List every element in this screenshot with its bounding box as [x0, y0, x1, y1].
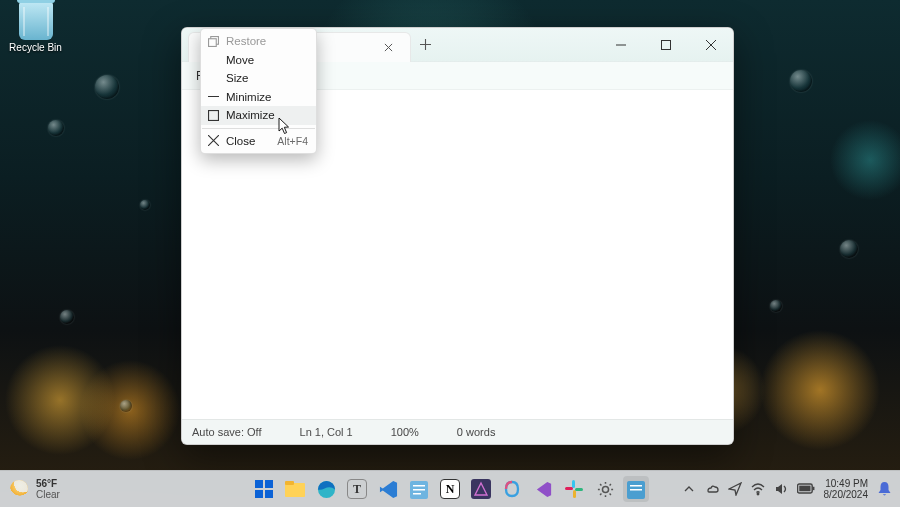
clock-time: 10:49 PM	[824, 478, 869, 489]
svg-rect-4	[661, 40, 670, 49]
taskbar[interactable]: 56°F Clear T N 10	[0, 470, 900, 507]
new-tab-button[interactable]	[411, 28, 441, 61]
volume-icon[interactable]	[774, 482, 788, 496]
maximize-icon	[207, 109, 219, 121]
weather-clear-night-icon	[7, 477, 30, 500]
svg-rect-26	[630, 485, 642, 487]
taskbar-clock[interactable]: 10:49 PM 8/20/2024	[824, 478, 869, 500]
vscode-icon	[379, 480, 398, 499]
svg-rect-7	[208, 110, 218, 120]
sysmenu-size[interactable]: Size	[201, 69, 316, 88]
taskbar-app-notepad-active[interactable]	[623, 476, 649, 502]
taskbar-app-settings[interactable]	[592, 476, 618, 502]
notepad-icon	[627, 479, 645, 499]
svg-rect-12	[285, 483, 305, 497]
restore-icon	[207, 35, 219, 47]
recycle-bin-icon	[19, 2, 53, 40]
close-icon	[207, 135, 219, 147]
window-maximize-button[interactable]	[643, 28, 688, 61]
chevron-up-icon[interactable]	[682, 482, 696, 496]
battery-icon[interactable]	[797, 482, 815, 496]
clock-date: 8/20/2024	[824, 489, 869, 500]
accelerator: Alt+F4	[277, 135, 308, 147]
system-tray: 10:49 PM 8/20/2024	[682, 478, 901, 500]
close-icon	[706, 40, 716, 50]
notepad-icon	[410, 479, 428, 499]
taskbar-app-edge[interactable]	[313, 476, 339, 502]
taskbar-app-vscode[interactable]	[375, 476, 401, 502]
status-position: Ln 1, Col 1	[300, 426, 353, 438]
taskbar-app-t[interactable]: T	[344, 476, 370, 502]
taskbar-app-notes[interactable]	[406, 476, 432, 502]
svg-rect-23	[575, 488, 583, 491]
gear-icon	[596, 480, 615, 499]
send-icon[interactable]	[728, 482, 742, 496]
window-system-menu: Restore Move Size Minimize Maximize Cl	[200, 28, 317, 154]
start-button[interactable]	[251, 476, 277, 502]
svg-rect-31	[799, 486, 810, 492]
svg-rect-18	[413, 493, 421, 495]
svg-point-28	[757, 493, 759, 495]
svg-rect-6	[208, 39, 216, 47]
status-words: 0 words	[457, 426, 496, 438]
svg-rect-9	[265, 480, 273, 488]
visualstudio-icon	[534, 480, 553, 499]
taskbar-app-explorer[interactable]	[282, 476, 308, 502]
sysmenu-restore: Restore	[201, 32, 316, 51]
svg-rect-13	[285, 481, 294, 485]
desktop[interactable]: Recycle Bin Untitled	[0, 0, 900, 507]
close-icon	[384, 43, 393, 52]
edge-icon	[317, 480, 336, 499]
windows-icon	[255, 480, 273, 498]
sysmenu-maximize[interactable]: Maximize	[201, 106, 316, 125]
svg-rect-11	[265, 490, 273, 498]
taskbar-app-copilot[interactable]	[499, 476, 525, 502]
taskbar-app-slack[interactable]	[561, 476, 587, 502]
sysmenu-move[interactable]: Move	[201, 51, 316, 70]
minimize-icon	[616, 40, 626, 50]
svg-rect-30	[812, 487, 814, 490]
folder-icon	[285, 481, 305, 497]
onedrive-icon[interactable]	[705, 482, 719, 496]
svg-rect-22	[573, 490, 576, 498]
weather-temp: 56°F	[36, 478, 60, 489]
taskbar-app-vs[interactable]	[530, 476, 556, 502]
slack-icon	[565, 480, 583, 498]
mouse-cursor-icon	[278, 118, 292, 136]
taskbar-apps: T N	[251, 476, 649, 502]
minimize-icon	[207, 91, 219, 103]
svg-point-24	[602, 486, 608, 492]
svg-rect-10	[255, 490, 263, 498]
notepad-window[interactable]: Untitled File Edit View	[181, 27, 734, 445]
sysmenu-minimize[interactable]: Minimize	[201, 88, 316, 107]
status-autosave: Auto save: Off	[192, 426, 262, 438]
svg-rect-8	[255, 480, 263, 488]
taskbar-app-notion[interactable]: N	[437, 476, 463, 502]
notifications-icon[interactable]	[877, 481, 892, 497]
statusbar: Auto save: Off Ln 1, Col 1 100% 0 words	[182, 419, 733, 444]
wifi-icon[interactable]	[751, 482, 765, 496]
triangle-icon	[471, 479, 491, 499]
taskbar-weather[interactable]: 56°F Clear	[0, 478, 60, 500]
sysmenu-close[interactable]: Close Alt+F4	[201, 132, 316, 151]
status-zoom: 100%	[391, 426, 419, 438]
maximize-icon	[661, 40, 671, 50]
window-minimize-button[interactable]	[598, 28, 643, 61]
svg-rect-27	[630, 489, 642, 491]
weather-cond: Clear	[36, 489, 60, 500]
copilot-icon	[502, 479, 522, 499]
plus-icon	[420, 39, 431, 50]
svg-rect-16	[413, 485, 425, 487]
svg-rect-17	[413, 489, 425, 491]
tab-close-button[interactable]	[378, 37, 400, 59]
svg-rect-20	[572, 480, 575, 488]
window-close-button[interactable]	[688, 28, 733, 61]
menu-separator	[202, 128, 315, 129]
desktop-icon-recycle-bin[interactable]: Recycle Bin	[8, 2, 63, 53]
desktop-icon-label: Recycle Bin	[9, 42, 62, 53]
svg-rect-21	[565, 487, 573, 490]
taskbar-app-affinity[interactable]	[468, 476, 494, 502]
